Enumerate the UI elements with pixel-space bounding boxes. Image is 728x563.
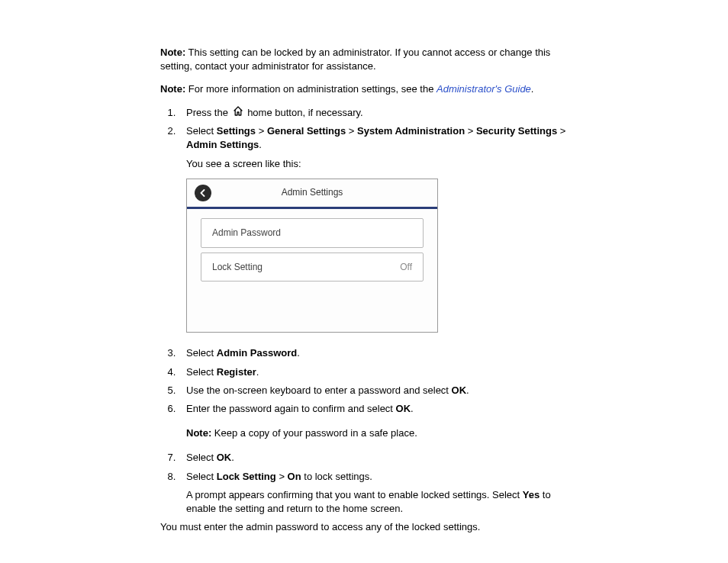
note-label: Note: xyxy=(160,83,185,95)
menu-item-label: Lock Setting xyxy=(212,261,263,274)
path-settings: Settings xyxy=(217,125,256,137)
step-8-bold-a: Lock Setting xyxy=(217,471,276,482)
step-8: Select Lock Setting > On to lock setting… xyxy=(179,470,568,516)
step-6-bold: OK xyxy=(396,403,411,414)
step-1-pre: Press the xyxy=(186,107,231,118)
note-label: Note: xyxy=(160,47,185,58)
instruction-list: Press the home button, if necessary. Sel… xyxy=(160,106,568,516)
device-header: Admin Settings xyxy=(187,179,437,209)
step-7: Select OK. xyxy=(179,451,568,465)
menu-admin-password[interactable]: Admin Password xyxy=(201,218,424,248)
device-screenshot: Admin Settings Admin Password Lock Setti… xyxy=(186,179,438,333)
step-8-post: to lock settings. xyxy=(301,471,372,482)
path-general-settings: General Settings xyxy=(267,125,346,137)
step-8-follow-bold: Yes xyxy=(523,489,540,500)
step-2: Select Settings > General Settings > Sys… xyxy=(179,124,568,333)
step-6-note: Note: Keep a copy of your password in a … xyxy=(186,426,568,440)
step-1: Press the home button, if necessary. xyxy=(179,106,568,121)
step-6: Enter the password again to confirm and … xyxy=(179,402,568,440)
step-2-followup: You see a screen like this: xyxy=(186,157,568,171)
step-4: Select Register. xyxy=(179,365,568,379)
step-1-post: home button, if necessary. xyxy=(245,107,363,118)
closing-text: You must enter the admin password to acc… xyxy=(160,520,568,534)
note-text: Keep a copy of your password in a safe p… xyxy=(211,427,417,439)
device-title: Admin Settings xyxy=(187,186,437,199)
note-locked-setting: Note: This setting can be locked by an a… xyxy=(160,46,568,73)
step-8-followup: A prompt appears confirming that you wan… xyxy=(186,488,568,516)
note-text: For more information on administration s… xyxy=(185,83,436,95)
step-3-bold: Admin Password xyxy=(217,347,297,359)
home-icon xyxy=(233,106,243,120)
step-8-bold-b: On xyxy=(288,471,301,482)
note-after: . xyxy=(531,83,534,95)
menu-item-value: Off xyxy=(400,261,412,274)
step-2-select: Select xyxy=(186,125,217,137)
step-3: Select Admin Password. xyxy=(179,346,568,360)
menu-item-label: Admin Password xyxy=(212,227,281,240)
step-4-bold: Register xyxy=(217,366,256,378)
menu-lock-setting[interactable]: Lock Setting Off xyxy=(201,253,424,282)
path-admin-settings: Admin Settings xyxy=(186,139,259,150)
step-5: Use the on-screen keyboard to enter a pa… xyxy=(179,384,568,397)
note-admin-guide: Note: For more information on administra… xyxy=(160,82,568,96)
back-button[interactable] xyxy=(195,185,211,201)
device-body: Admin Password Lock Setting Off xyxy=(187,209,437,333)
note-text: This setting can be locked by an adminis… xyxy=(160,47,550,72)
arrow-left-icon xyxy=(198,188,208,198)
administrators-guide-link[interactable]: Administrator's Guide xyxy=(436,83,531,95)
note-label: Note: xyxy=(186,427,211,439)
step-7-bold: OK xyxy=(217,452,232,463)
step-5-bold: OK xyxy=(452,384,467,396)
path-system-administration: System Administration xyxy=(357,125,465,137)
path-security-settings: Security Settings xyxy=(476,125,557,137)
